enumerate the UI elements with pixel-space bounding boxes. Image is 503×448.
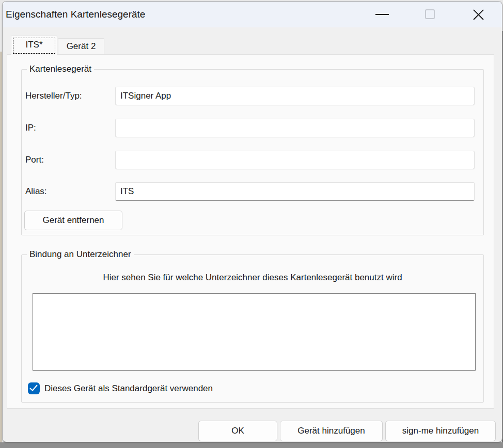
checkbox-checkmark-icon <box>29 385 38 392</box>
remove-device-button[interactable]: Gerät entfernen <box>24 211 122 230</box>
minimize-icon <box>375 14 389 15</box>
input-port[interactable] <box>115 151 475 169</box>
close-icon <box>473 9 484 21</box>
input-ip[interactable] <box>115 119 475 137</box>
tab-its[interactable]: ITS* <box>11 36 57 55</box>
input-alias[interactable] <box>115 182 475 201</box>
add-device-button[interactable]: Gerät hinzufügen <box>280 421 383 441</box>
background-bottom-strip <box>0 442 503 448</box>
groupbox-kartenlesegeraet-title: Kartenlesegerät <box>27 64 94 74</box>
signer-listbox[interactable] <box>33 293 476 371</box>
input-hersteller-typ[interactable] <box>115 87 475 105</box>
default-device-checkbox[interactable] <box>28 382 40 394</box>
label-ip: IP: <box>25 119 113 137</box>
ok-button[interactable]: OK <box>198 421 277 441</box>
label-port: Port: <box>25 151 113 169</box>
binding-hint-text: Hier sehen Sie für welche Unterzeichner … <box>21 273 484 283</box>
minimize-button[interactable] <box>367 2 398 27</box>
tab-geraet-2-label: Gerät 2 <box>67 41 96 51</box>
dialog-window: Eigenschaften Kartenlesegeräte ITS* Gerä… <box>2 1 502 442</box>
groupbox-bindung-title: Bindung an Unterzeichner <box>27 249 134 260</box>
label-hersteller-typ: Hersteller/Typ: <box>25 87 113 105</box>
maximize-button[interactable] <box>414 2 445 27</box>
add-signme-button[interactable]: sign-me hinzufügen <box>385 421 496 441</box>
maximize-icon <box>425 9 435 19</box>
window-title: Eigenschaften Kartenlesegeräte <box>6 2 145 27</box>
close-button[interactable] <box>463 2 494 27</box>
label-alias: Alias: <box>25 182 113 201</box>
tab-focus-rectangle <box>13 38 55 54</box>
tab-geraet-2[interactable]: Gerät 2 <box>58 38 104 54</box>
default-device-checkbox-label: Dieses Gerät als Standardgerät verwenden <box>44 382 213 395</box>
titlebar[interactable]: Eigenschaften Kartenlesegeräte <box>3 2 502 27</box>
